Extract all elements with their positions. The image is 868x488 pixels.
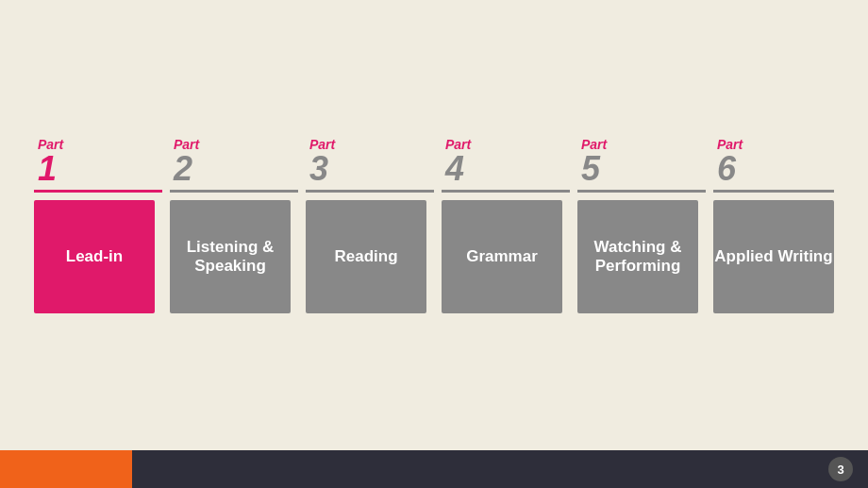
footer-orange-bar bbox=[0, 450, 132, 488]
part-divider-5 bbox=[577, 190, 706, 193]
part-number-5: 5 bbox=[581, 152, 706, 186]
part-divider-1 bbox=[34, 190, 162, 193]
part-box-4[interactable]: Grammar bbox=[442, 200, 562, 313]
part-header-2: Part2 bbox=[170, 137, 298, 190]
part-box-2[interactable]: Listening & Speaking bbox=[170, 200, 291, 313]
part-header-6: Part6 bbox=[713, 137, 834, 190]
part-divider-3 bbox=[306, 190, 434, 193]
main-content: Part1Lead-inPart2Listening & SpeakingPar… bbox=[0, 0, 868, 450]
part-column-1: Part1Lead-in bbox=[34, 137, 162, 313]
footer-dark-bar: 3 bbox=[132, 450, 868, 488]
part-divider-4 bbox=[442, 190, 570, 193]
part-box-6[interactable]: Applied Writing bbox=[713, 200, 834, 313]
parts-wrapper: Part1Lead-inPart2Listening & SpeakingPar… bbox=[34, 137, 834, 313]
part-column-3: Part3Reading bbox=[306, 137, 434, 313]
part-column-2: Part2Listening & Speaking bbox=[170, 137, 298, 313]
part-divider-2 bbox=[170, 190, 298, 193]
part-column-5: Part5Watching & Performing bbox=[577, 137, 706, 313]
part-header-4: Part4 bbox=[442, 137, 570, 190]
page-number: 3 bbox=[828, 457, 853, 481]
part-column-6: Part6Applied Writing bbox=[713, 137, 834, 313]
part-number-3: 3 bbox=[309, 152, 434, 186]
part-divider-6 bbox=[713, 190, 834, 193]
part-header-1: Part1 bbox=[34, 137, 162, 190]
part-box-3[interactable]: Reading bbox=[306, 200, 426, 313]
part-number-2: 2 bbox=[174, 152, 298, 186]
part-column-4: Part4Grammar bbox=[442, 137, 570, 313]
part-number-4: 4 bbox=[445, 152, 570, 186]
part-header-5: Part5 bbox=[577, 137, 706, 190]
part-box-5[interactable]: Watching & Performing bbox=[577, 200, 698, 313]
part-box-1[interactable]: Lead-in bbox=[34, 200, 155, 313]
part-header-3: Part3 bbox=[306, 137, 434, 190]
part-number-1: 1 bbox=[38, 152, 162, 186]
part-number-6: 6 bbox=[717, 152, 834, 186]
footer: 3 bbox=[0, 450, 868, 488]
